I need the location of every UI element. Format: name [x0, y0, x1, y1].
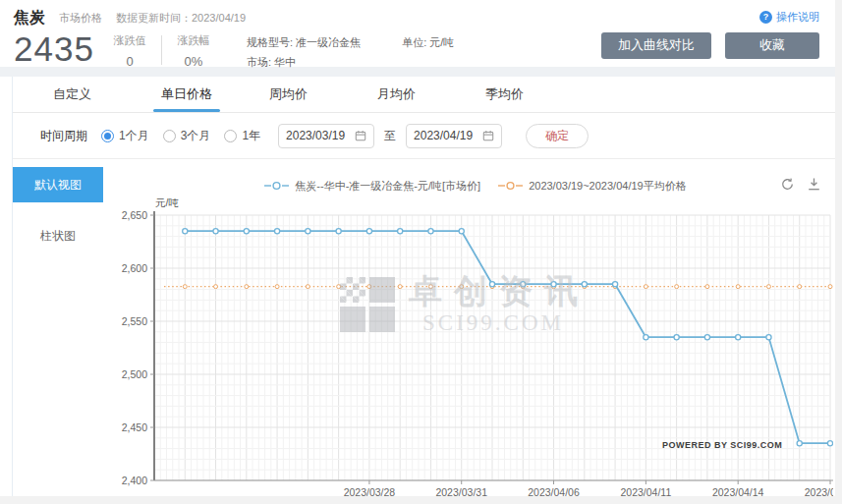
- svg-text:2023/04/06: 2023/04/06: [528, 486, 580, 498]
- change-value: 0: [126, 54, 133, 69]
- tab-quarterly-avg-label: 季均价: [485, 85, 524, 103]
- svg-text:2023/03/31: 2023/03/31: [435, 486, 487, 498]
- content-body: 自定义 单日价格 周均价 月均价 季均价 时间周期 1个月 3个月 1年 202…: [12, 77, 835, 504]
- spec-text: 规格型号: 准一级冶金焦: [247, 32, 361, 52]
- divider: [161, 35, 162, 65]
- period-label: 时间周期: [40, 128, 87, 144]
- chart-area: 焦炭--华中-准一级冶金焦-元/吨[市场价] 2023/03/19~2023/0…: [116, 165, 835, 504]
- tab-daily-price[interactable]: 单日价格: [161, 77, 269, 112]
- change-pct: 0%: [185, 54, 203, 69]
- tab-monthly-avg[interactable]: 月均价: [377, 77, 485, 112]
- radio-3-months-icon: [163, 130, 176, 142]
- calendar-icon: [482, 130, 494, 141]
- date-range-to-label: 至: [384, 128, 396, 144]
- radio-3-months-label: 3个月: [181, 128, 211, 144]
- change-value-block: 涨跌值 0: [104, 33, 155, 69]
- confirm-button[interactable]: 确定: [526, 124, 589, 148]
- current-price: 2435: [14, 30, 104, 68]
- svg-text:2023/04/11: 2023/04/11: [620, 486, 671, 498]
- radio-1-year-label: 1年: [242, 128, 260, 144]
- svg-text:2,450: 2,450: [122, 421, 147, 433]
- tab-custom-label: 自定义: [53, 85, 91, 103]
- price-chart-svg[interactable]: 2,4002,4502,5002,5502,6002,6502023/03/28…: [116, 198, 833, 504]
- spec-block: 规格型号: 准一级冶金焦 市场: 华中: [247, 32, 361, 72]
- unit-text: 单位: 元/吨: [402, 32, 454, 52]
- tab-quarterly-avg[interactable]: 季均价: [485, 77, 593, 112]
- svg-text:元/吨: 元/吨: [155, 198, 179, 208]
- chart-legend: 焦炭--华中-准一级冶金焦-元/吨[市场价] 2023/03/19~2023/0…: [116, 173, 835, 198]
- svg-text:2,400: 2,400: [122, 475, 147, 486]
- market-text: 市场: 华中: [247, 52, 361, 72]
- price-chart: 2,4002,4502,5002,5502,6002,6502023/03/28…: [116, 198, 833, 504]
- view-sidebar: 默认视图 柱状图: [13, 165, 116, 504]
- radio-3-months[interactable]: 3个月: [163, 128, 211, 144]
- question-icon: ?: [759, 11, 772, 24]
- start-date-value: 2023/03/19: [286, 129, 345, 142]
- end-date-value: 2023/04/19: [414, 129, 473, 142]
- radio-1-year[interactable]: 1年: [224, 128, 260, 144]
- radio-1-month[interactable]: 1个月: [101, 128, 149, 144]
- powered-by-label: POWERED BY SCI99.COM: [662, 440, 782, 450]
- svg-text:2,650: 2,650: [122, 209, 147, 221]
- tab-daily-price-label: 单日价格: [161, 85, 212, 103]
- tab-monthly-avg-label: 月均价: [377, 85, 416, 103]
- favorite-button[interactable]: 收藏: [725, 32, 819, 59]
- start-date-input[interactable]: 2023/03/19: [278, 124, 374, 148]
- svg-text:2,500: 2,500: [122, 368, 147, 380]
- radio-1-month-icon: [101, 130, 114, 142]
- update-time-value: 2023/04/19: [192, 12, 246, 24]
- help-link-label: 操作说明: [776, 10, 819, 25]
- svg-text:2,550: 2,550: [122, 315, 147, 327]
- category-label: 市场价格: [59, 11, 102, 26]
- time-filter-row: 时间周期 1个月 3个月 1年 2023/03/19 至 2023/04/19: [13, 113, 835, 158]
- svg-text:2023/04/19: 2023/04/19: [805, 486, 833, 498]
- svg-text:2023/04/14: 2023/04/14: [712, 486, 764, 498]
- end-date-input[interactable]: 2023/04/19: [406, 124, 502, 148]
- legend-series-price-label: 焦炭--华中-准一级冶金焦-元/吨[市场价]: [295, 179, 480, 194]
- radio-1-year-icon: [224, 130, 237, 142]
- header: 焦炭 市场价格 数据更新时间：2023/04/19 2435 涨跌值 0 涨跌幅…: [0, 0, 835, 67]
- line-series-marker-icon: [264, 181, 290, 191]
- svg-text:2023/03/28: 2023/03/28: [344, 486, 396, 498]
- calendar-icon: [355, 130, 366, 141]
- page-title: 焦炭: [14, 8, 45, 28]
- main-content: 默认视图 柱状图 焦炭--华中-准一级冶金焦-元/吨[市场价] 2023/03/…: [13, 158, 835, 504]
- tab-weekly-avg-label: 周均价: [269, 85, 308, 103]
- average-line-marker-icon: [498, 181, 524, 191]
- update-time-label: 数据更新时间：: [116, 12, 192, 24]
- update-time: 数据更新时间：2023/04/19: [116, 11, 246, 26]
- change-pct-label: 涨跌幅: [178, 33, 210, 48]
- tab-custom[interactable]: 自定义: [53, 77, 161, 112]
- refresh-icon[interactable]: [780, 177, 795, 192]
- coke-market-price-page: 焦炭 市场价格 数据更新时间：2023/04/19 2435 涨跌值 0 涨跌幅…: [0, 0, 842, 504]
- tab-weekly-avg[interactable]: 周均价: [269, 77, 377, 112]
- change-pct-block: 涨跌幅 0%: [168, 33, 219, 69]
- download-icon[interactable]: [807, 177, 821, 192]
- change-value-label: 涨跌值: [114, 33, 146, 48]
- sidebar-item-bar-chart[interactable]: 柱状图: [13, 218, 103, 253]
- price-type-tabs: 自定义 单日价格 周均价 月均价 季均价: [13, 77, 835, 113]
- legend-average-price-label: 2023/03/19~2023/04/19平均价格: [529, 179, 687, 194]
- radio-1-month-label: 1个月: [119, 128, 149, 144]
- add-to-curve-compare-button[interactable]: 加入曲线对比: [601, 32, 711, 59]
- svg-text:2,600: 2,600: [122, 262, 147, 274]
- help-link[interactable]: ? 操作说明: [759, 10, 819, 25]
- legend-average-price[interactable]: 2023/03/19~2023/04/19平均价格: [498, 179, 687, 194]
- legend-series-price[interactable]: 焦炭--华中-准一级冶金焦-元/吨[市场价]: [264, 179, 480, 194]
- sidebar-item-default-view[interactable]: 默认视图: [13, 167, 103, 202]
